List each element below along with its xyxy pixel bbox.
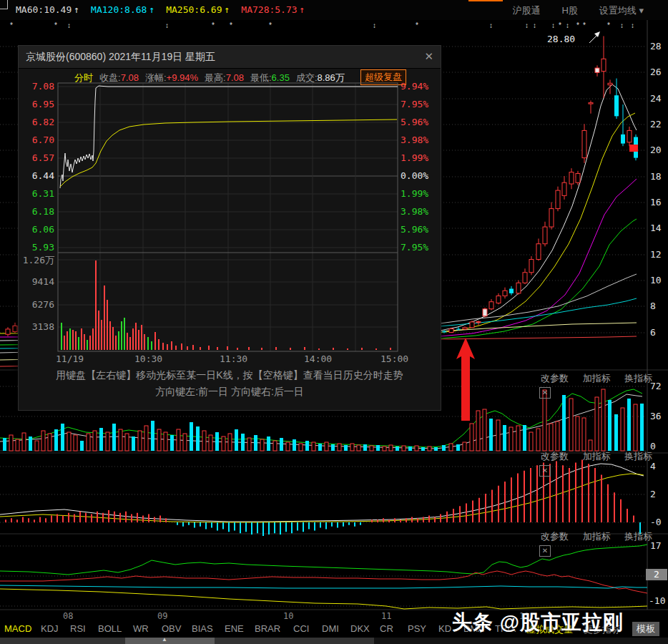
popup-right-axis-label: 7.95% — [401, 99, 428, 109]
price-axis-label: 18 — [650, 171, 668, 182]
panel-axis-label: -10 — [649, 595, 668, 606]
panel1-switch-indicator[interactable]: 换指标 — [624, 373, 652, 384]
popup-left-axis-label: 7.08 — [24, 81, 54, 92]
event-marker-icon: ↕ — [165, 21, 169, 30]
panel-axis-label: 4 — [650, 461, 668, 472]
popup-right-axis-label: 1.99% — [401, 152, 428, 163]
popup-right-axis-label: 3.98% — [401, 206, 428, 217]
tab-OBV[interactable]: OBV — [162, 623, 181, 634]
popup-help-line2: 方向键左:前一日 方向键右:后一日 — [19, 386, 441, 399]
price-axis-label: 22 — [650, 119, 668, 130]
event-marker-icon: * — [269, 21, 272, 30]
popup-time-axis-label: 11:30 — [220, 353, 247, 364]
popup-volume-axis-label: 3138 — [21, 321, 54, 332]
popup-help-line1: 用键盘【左右键】移动光标至某一日K线，按【空格键】查看当日历史分时走势 — [19, 369, 441, 382]
event-marker-icon: * — [10, 21, 13, 30]
chevron-down-icon: ▾ — [639, 5, 644, 16]
event-marker-icon: ↕ — [631, 21, 634, 30]
panel1-close-icon[interactable]: ✕ — [539, 387, 551, 399]
panel-axis-label: 72 — [650, 381, 668, 391]
tab-KDJ[interactable]: KDJ — [41, 623, 59, 634]
panel-axis-label: 0 — [650, 441, 668, 452]
popup-volume-axis-label: 1.26万 — [21, 254, 54, 267]
scrollbar-thumb[interactable] — [125, 638, 215, 644]
up-arrow-icon: ↑ — [225, 4, 230, 15]
price-axis-label: 26 — [650, 67, 668, 77]
panel2-change-params[interactable]: 改参数 — [541, 451, 569, 462]
p3-red-line — [0, 571, 647, 593]
panel3-header: 改参数 加指标 换指标 ✕ — [529, 530, 668, 557]
popup-right-axis-label: 1.99% — [401, 188, 428, 199]
popup-right-axis-label: 5.96% — [401, 117, 428, 127]
link-hstock[interactable]: H股 — [561, 4, 577, 17]
ma-value-0: MA60:10.49↑ — [16, 4, 79, 15]
price-axis-label: 20 — [650, 145, 668, 155]
tab-模板[interactable]: 模板 — [632, 622, 659, 636]
panel-axis-label: -0 — [650, 517, 668, 527]
indicator-topbar: MA60:10.49↑MA120:8.68↑MA250:6.69↑MA728:5… — [0, 0, 668, 20]
tab-DKX[interactable]: DKX — [350, 623, 370, 634]
popup-volume-axis-label: 6276 — [21, 299, 54, 310]
price-axis-label: 16 — [650, 197, 668, 208]
tab-DMI[interactable]: DMI — [322, 623, 339, 634]
popup-left-axis-label: 6.31 — [24, 188, 54, 199]
tab-BOLL[interactable]: BOLL — [98, 623, 122, 634]
timeline-year-label: 09 — [157, 611, 167, 621]
link-hugutong[interactable]: 沪股通 — [512, 4, 540, 17]
event-marker-icon: ↕ — [525, 21, 529, 30]
panel3-close-icon[interactable]: ✕ — [539, 545, 551, 557]
timeline-year-label: 10 — [283, 611, 293, 621]
tab-BRAR[interactable]: BRAR — [255, 623, 280, 634]
panel2-add-indicator[interactable]: 加指标 — [583, 451, 611, 462]
tab-PSY[interactable]: PSY — [408, 623, 426, 634]
tab-BIAS[interactable]: BIAS — [192, 623, 213, 634]
scrollbar-grip-icon: ▲ — [162, 636, 167, 643]
panel-axis-label: 17 — [650, 540, 668, 551]
event-marker-icon: ↕ — [566, 21, 569, 30]
panel-axis-label: 2 — [650, 489, 668, 499]
popup-right-axis-label: 9.94% — [401, 81, 428, 92]
popup-volume-axis-label: 9414 — [21, 276, 54, 287]
tab-KD[interactable]: KD — [438, 623, 451, 634]
event-marker-icon: * — [607, 21, 610, 30]
event-marker-icon: ↕ — [489, 21, 493, 30]
panel1-change-params[interactable]: 改参数 — [541, 373, 569, 384]
event-marker-icon: * — [416, 21, 418, 30]
tab-MACD[interactable]: MACD — [4, 623, 31, 634]
tab-WR[interactable]: WR — [133, 623, 149, 634]
panel3-add-indicator[interactable]: 加指标 — [583, 531, 611, 542]
price-axis-label: 8 — [650, 301, 668, 311]
corner-widget — [0, 0, 8, 9]
panel3-switch-indicator[interactable]: 换指标 — [624, 531, 652, 542]
panel-axis-label: 36 — [650, 411, 668, 421]
watermark: 头条 @股市亚拉刚 — [452, 609, 624, 636]
panel2-header: 改参数 加指标 换指标 ✕ — [529, 450, 668, 477]
tab-RSI[interactable]: RSI — [70, 623, 86, 634]
horizontal-scrollbar[interactable]: ▲ — [0, 637, 668, 644]
popup-time-axis-label: 15:00 — [380, 353, 408, 364]
up-arrow-icon: ↑ — [74, 4, 79, 15]
event-marker-icon: ↕ — [373, 21, 376, 30]
panel3-current-value-badge: 2 — [646, 569, 667, 580]
popup-right-axis-label: 5.96% — [401, 224, 428, 235]
popup-left-axis-label: 6.57 — [24, 152, 54, 163]
event-marker-icon: ↕ — [67, 21, 71, 30]
panel2-switch-indicator[interactable]: 换指标 — [624, 451, 652, 462]
popup-time-axis-label: 11/19 — [56, 353, 84, 364]
ma-value-1: MA120:8.68↑ — [91, 4, 154, 15]
tab-CCI[interactable]: CCI — [293, 623, 309, 634]
popup-left-axis-label: 5.93 — [24, 242, 54, 253]
event-marker-icon: ↕ — [533, 21, 536, 30]
event-marker-icon: * — [212, 21, 215, 30]
tab-ENE[interactable]: ENE — [225, 623, 244, 634]
tab-CR[interactable]: CR — [380, 623, 393, 634]
peak-arrowhead-icon — [594, 31, 600, 37]
timeline-year-label: 08 — [63, 611, 73, 621]
panel1-add-indicator[interactable]: 加指标 — [583, 373, 611, 384]
link-set-ma[interactable]: 设置均线 ▾ — [599, 4, 644, 17]
price-axis-label: 28 — [650, 41, 668, 52]
panel3-change-params[interactable]: 改参数 — [541, 531, 569, 542]
up-arrow-icon: ↑ — [300, 4, 305, 15]
popup-time-axis-label: 10:30 — [134, 353, 162, 364]
panel2-close-icon[interactable]: ✕ — [539, 465, 551, 477]
